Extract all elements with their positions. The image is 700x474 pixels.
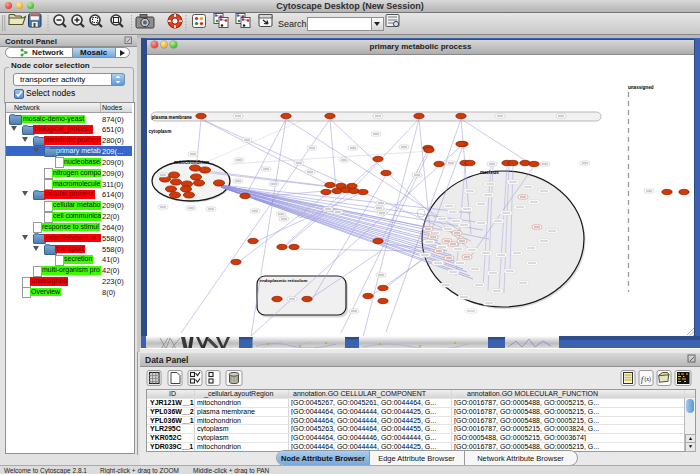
svg-text:cytoplasm: cytoplasm <box>149 129 172 134</box>
svg-text:nucleus: nucleus <box>480 169 499 175</box>
svg-text:(x): (x) <box>645 376 652 383</box>
svg-text:f: f <box>641 375 645 384</box>
svg-text:unassigned: unassigned <box>628 85 654 90</box>
svg-text:mitochondrion: mitochondrion <box>174 159 209 165</box>
svg-text:endoplasmic reticulum: endoplasmic reticulum <box>260 278 308 283</box>
svg-text:plasma membrane: plasma membrane <box>152 115 193 120</box>
